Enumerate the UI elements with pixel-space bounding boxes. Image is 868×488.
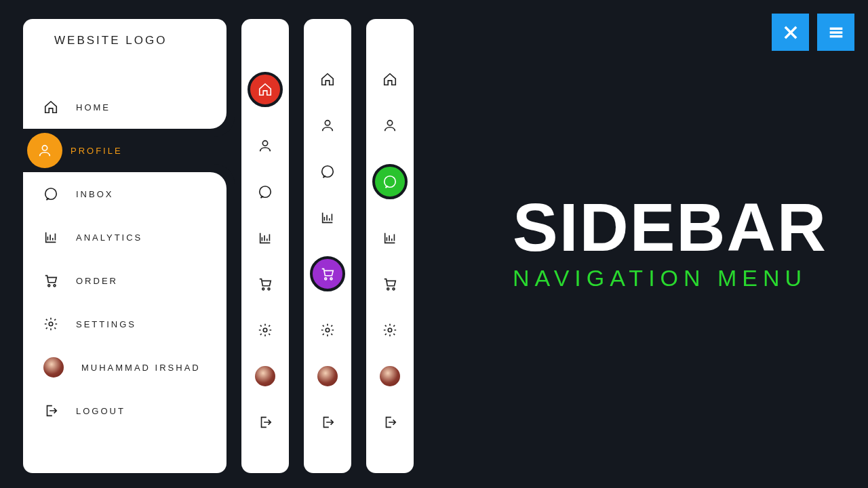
sidebar-item-home[interactable]: HOME <box>23 85 226 129</box>
sidebar-item-label: ANALYTICS <box>76 232 142 243</box>
sidebar-item-profile[interactable]: PROFILE <box>23 129 226 172</box>
sidebar-item-user[interactable]: MUHAMMAD IRSHAD <box>23 346 226 389</box>
mini-item-analytics[interactable] <box>366 228 414 248</box>
mini-item-profile[interactable] <box>304 115 351 136</box>
sidebar-item-order[interactable]: ORDER <box>23 259 226 302</box>
headline: SIDEBAR NAVIGATION MENU <box>513 193 827 291</box>
close-icon <box>781 23 800 42</box>
mini-item-logout[interactable] <box>366 412 414 432</box>
cart-icon <box>258 277 273 291</box>
mini-item-profile[interactable] <box>241 136 289 156</box>
sidebar-mini-3 <box>366 19 414 473</box>
mini-item-user[interactable] <box>241 366 289 386</box>
mini-item-home[interactable] <box>304 69 351 89</box>
sidebar-mini-1 <box>241 19 289 473</box>
chart-icon <box>43 230 58 245</box>
mini-item-logout[interactable] <box>241 412 289 432</box>
sidebar-item-label: SETTINGS <box>76 319 136 329</box>
sidebar-item-analytics[interactable]: ANALYTICS <box>23 216 226 259</box>
user-icon <box>258 138 273 153</box>
avatar <box>317 366 338 386</box>
home-icon <box>320 72 335 87</box>
close-button[interactable] <box>772 14 809 51</box>
mini-item-home[interactable] <box>366 69 414 89</box>
menu-button[interactable] <box>817 14 854 51</box>
mini-item-settings[interactable] <box>366 320 414 340</box>
cart-icon <box>320 266 335 281</box>
mini-item-user[interactable] <box>304 366 351 386</box>
cart-icon <box>382 277 397 291</box>
apple-logo-icon <box>304 19 351 34</box>
mini-item-profile[interactable] <box>366 115 414 136</box>
avatar <box>43 357 64 378</box>
user-icon <box>320 118 335 133</box>
user-icon <box>37 143 52 158</box>
headline-title: SIDEBAR <box>513 193 827 261</box>
logout-icon <box>258 415 273 430</box>
home-icon <box>382 72 397 87</box>
chart-icon <box>258 230 273 245</box>
mini-item-user[interactable] <box>366 366 414 386</box>
mini-item-inbox[interactable] <box>241 182 289 202</box>
chat-icon <box>258 184 273 199</box>
headline-subtitle: NAVIGATION MENU <box>513 265 827 291</box>
mini-item-inbox[interactable] <box>366 161 414 202</box>
chart-icon <box>382 230 397 245</box>
apple-logo-icon <box>366 19 414 34</box>
sidebar-item-label: LOGOUT <box>76 406 125 416</box>
brand-label: WEBSITE LOGO <box>54 34 167 47</box>
sidebar-item-inbox[interactable]: INBOX <box>23 172 226 216</box>
mini-item-order[interactable] <box>366 274 414 294</box>
mini-item-home[interactable] <box>241 69 289 110</box>
gear-icon <box>258 323 273 338</box>
sidebar-item-label: HOME <box>76 102 111 113</box>
active-indicator <box>27 133 62 168</box>
home-icon <box>258 82 273 97</box>
mini-item-logout[interactable] <box>304 412 351 432</box>
mini-item-analytics[interactable] <box>304 207 351 228</box>
brand[interactable]: WEBSITE LOGO <box>23 19 226 54</box>
chat-icon <box>382 174 397 189</box>
gear-icon <box>382 323 397 338</box>
sidebar-item-label: INBOX <box>76 189 113 199</box>
apple-logo-icon <box>241 19 289 34</box>
logout-icon <box>320 415 335 430</box>
mini-item-analytics[interactable] <box>241 228 289 248</box>
sidebar-mini-2 <box>304 19 351 473</box>
sidebar-item-label: PROFILE <box>71 146 123 156</box>
user-icon <box>382 118 397 133</box>
gear-icon <box>320 323 335 338</box>
cart-icon <box>43 273 58 288</box>
chart-icon <box>320 210 335 225</box>
gear-icon <box>43 317 58 331</box>
hamburger-icon <box>827 23 846 42</box>
logout-icon <box>382 415 397 430</box>
mini-item-settings[interactable] <box>241 320 289 340</box>
sidebar-item-label: ORDER <box>76 276 118 286</box>
avatar <box>380 366 400 386</box>
chat-icon <box>320 164 335 179</box>
mini-item-order[interactable] <box>304 253 351 294</box>
sidebar-item-label: MUHAMMAD IRSHAD <box>81 363 201 373</box>
logout-icon <box>43 403 58 418</box>
sidebar-item-logout[interactable]: LOGOUT <box>23 389 226 432</box>
home-icon <box>43 100 58 115</box>
sidebar-item-settings[interactable]: SETTINGS <box>23 302 226 346</box>
sidebar-expanded: WEBSITE LOGO HOME PROFILE INBOX ANALYTI <box>23 19 226 473</box>
mini-item-inbox[interactable] <box>304 161 351 182</box>
mini-item-order[interactable] <box>241 274 289 294</box>
mini-item-settings[interactable] <box>304 320 351 340</box>
chat-icon <box>43 186 58 201</box>
avatar <box>255 366 275 386</box>
